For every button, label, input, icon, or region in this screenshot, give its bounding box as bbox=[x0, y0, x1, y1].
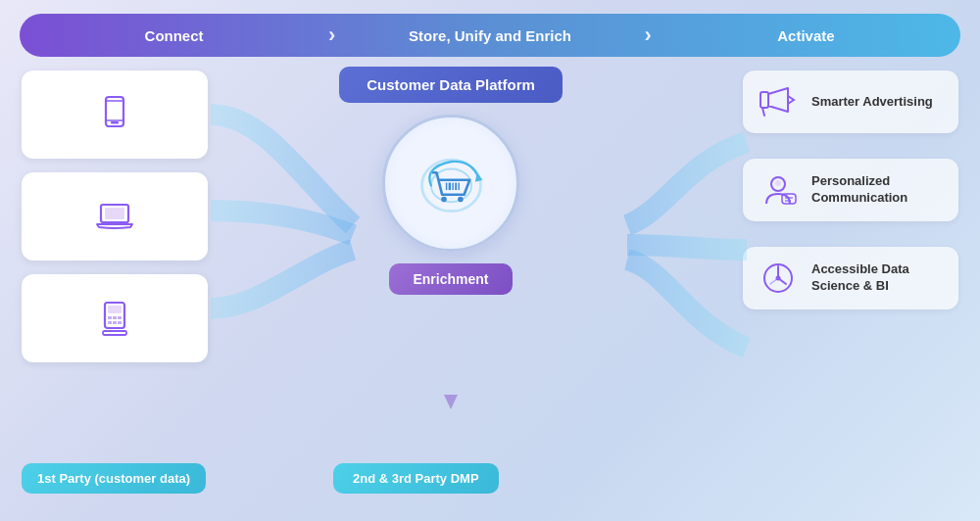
svg-rect-6 bbox=[105, 208, 124, 219]
svg-point-19 bbox=[441, 196, 447, 202]
svg-rect-7 bbox=[110, 222, 120, 224]
banner-connect: Connect bbox=[20, 27, 328, 44]
mobile-icon bbox=[93, 93, 136, 136]
megaphone-icon bbox=[759, 82, 798, 121]
output-smarter-advertising: Smarter Advertising bbox=[743, 71, 958, 133]
svg-rect-10 bbox=[108, 316, 112, 319]
banner-store: Store, Unify and Enrich bbox=[335, 27, 644, 44]
center-column: Customer Data Platform Enrichment bbox=[314, 67, 588, 295]
output-personalized-comm: Personalized Communication bbox=[743, 159, 958, 221]
banner-connect-label: Connect bbox=[145, 27, 204, 44]
output-data-science: Accessible Data Science & BI bbox=[743, 247, 958, 309]
data-science-icon bbox=[759, 259, 798, 298]
cdp-box: Customer Data Platform bbox=[339, 67, 563, 103]
second-third-party-label: 2nd & 3rd Party DMP bbox=[333, 463, 499, 494]
svg-rect-22 bbox=[448, 182, 450, 190]
banner-activate-label: Activate bbox=[777, 27, 834, 44]
svg-marker-0 bbox=[444, 395, 458, 409]
svg-point-20 bbox=[458, 196, 464, 202]
svg-rect-21 bbox=[445, 182, 446, 190]
center-circle bbox=[382, 115, 519, 252]
svg-rect-2 bbox=[111, 121, 119, 124]
svg-line-28 bbox=[762, 108, 764, 116]
smarter-advertising-label: Smarter Advertising bbox=[811, 94, 933, 111]
svg-rect-25 bbox=[458, 182, 459, 190]
top-banner: Connect › Store, Unify and Enrich › Acti… bbox=[20, 14, 960, 57]
banner-arrow-2: › bbox=[645, 23, 652, 48]
source-card-pos bbox=[22, 274, 208, 362]
svg-point-30 bbox=[775, 180, 781, 186]
chat-user-icon bbox=[759, 170, 798, 210]
pos-icon bbox=[93, 297, 136, 340]
data-science-label: Accessible Data Science & BI bbox=[811, 261, 943, 295]
source-cards-column bbox=[22, 71, 208, 362]
svg-rect-24 bbox=[455, 182, 457, 190]
banner-activate: Activate bbox=[652, 27, 960, 44]
enrichment-box: Enrichment bbox=[389, 263, 512, 295]
personalized-comm-label: Personalized Communication bbox=[811, 173, 943, 207]
banner-arrow-1: › bbox=[328, 23, 335, 48]
svg-rect-12 bbox=[118, 316, 122, 319]
svg-rect-9 bbox=[108, 306, 122, 313]
svg-rect-14 bbox=[113, 321, 117, 324]
svg-rect-27 bbox=[760, 92, 768, 108]
svg-rect-11 bbox=[113, 316, 117, 319]
svg-point-35 bbox=[776, 276, 781, 281]
banner-store-label: Store, Unify and Enrich bbox=[409, 27, 571, 44]
source-card-laptop bbox=[22, 172, 208, 260]
shopping-cart-icon bbox=[415, 147, 488, 220]
svg-rect-16 bbox=[103, 331, 126, 335]
source-card-mobile bbox=[22, 71, 208, 159]
first-party-label: 1st Party (customer data) bbox=[22, 463, 206, 494]
svg-rect-23 bbox=[452, 182, 453, 190]
svg-rect-15 bbox=[118, 321, 122, 324]
laptop-icon bbox=[93, 195, 136, 238]
output-items-column: Smarter Advertising Personalized Communi… bbox=[743, 71, 958, 309]
svg-rect-13 bbox=[108, 321, 112, 324]
